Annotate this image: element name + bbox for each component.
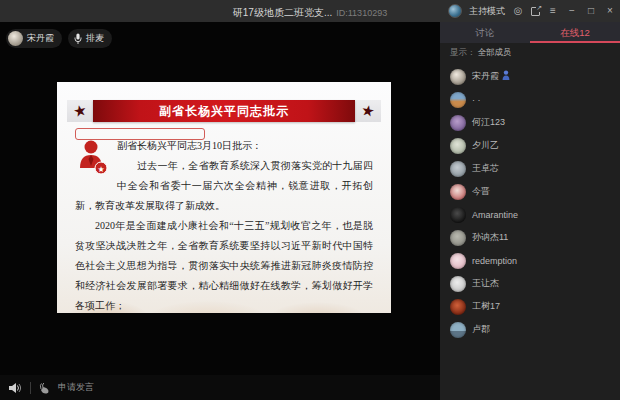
divider bbox=[30, 382, 31, 394]
member-avatar bbox=[450, 299, 466, 315]
presentation-slide: ★ 副省长杨兴平同志批示 ★ ★ 副省长杨兴平同志3月10日批示： 过去一年，全… bbox=[57, 82, 391, 313]
queue-label: 排麦 bbox=[86, 32, 104, 45]
member-avatar bbox=[450, 184, 466, 200]
slide-title: 副省长杨兴平同志批示 bbox=[93, 100, 355, 122]
meeting-window: 研17级地质二班党支...ID:11310293 主持模式 ◎ ≡ − □ × … bbox=[0, 0, 620, 400]
blue-person-emoji-icon bbox=[502, 70, 510, 80]
member-row[interactable]: redemption bbox=[440, 249, 620, 272]
room-title: 研17级地质二班党支... bbox=[233, 7, 332, 18]
member-avatar bbox=[450, 276, 466, 292]
raise-hand-icon[interactable] bbox=[39, 382, 50, 394]
member-name: redemption bbox=[472, 256, 517, 266]
tab-online[interactable]: 在线12 bbox=[530, 22, 620, 43]
speaker-chip: 宋丹霞 bbox=[6, 29, 62, 48]
microphone-icon bbox=[74, 33, 82, 45]
minimize-button[interactable]: − bbox=[566, 0, 578, 22]
member-avatar bbox=[450, 69, 466, 85]
slide-title-banner: ★ 副省长杨兴平同志批示 ★ bbox=[67, 100, 381, 122]
member-name: 何江123 bbox=[472, 116, 505, 129]
member-name: 王让杰 bbox=[472, 277, 499, 290]
official-person-icon: ★ bbox=[77, 138, 109, 178]
host-mode-label[interactable]: 主持模式 bbox=[469, 5, 505, 18]
member-name: 卢郡 bbox=[472, 323, 490, 336]
star-icon: ★ bbox=[353, 98, 382, 124]
member-name: 王卓芯 bbox=[472, 162, 499, 175]
slide-heading: 副省长杨兴平同志3月10日批示： bbox=[75, 136, 373, 156]
menu-icon[interactable]: ≡ bbox=[547, 0, 559, 22]
member-name: 夕川乙 bbox=[472, 139, 499, 152]
slide-body: ★ 副省长杨兴平同志3月10日批示： 过去一年，全省教育系统深入贯彻落实党的十九… bbox=[57, 122, 391, 313]
titlebar: 研17级地质二班党支...ID:11310293 主持模式 ◎ ≡ − □ × bbox=[0, 0, 620, 22]
maximize-button[interactable]: □ bbox=[585, 0, 597, 22]
member-avatar bbox=[450, 161, 466, 177]
queue-chip[interactable]: 排麦 bbox=[68, 29, 112, 48]
member-list: 宋丹霞 · · 何江123 夕川乙 王卓芯 今晋 bbox=[440, 63, 620, 341]
member-name: 工树17 bbox=[472, 300, 500, 313]
user-avatar[interactable] bbox=[448, 4, 462, 18]
member-row[interactable]: 夕川乙 bbox=[440, 134, 620, 157]
member-row[interactable]: 王让杰 bbox=[440, 272, 620, 295]
close-button[interactable]: × bbox=[604, 0, 616, 22]
member-row[interactable]: 王卓芯 bbox=[440, 157, 620, 180]
member-name: 今晋 bbox=[472, 185, 490, 198]
member-avatar bbox=[450, 322, 466, 338]
video-stage: 宋丹霞 排麦 ★ 副省长杨兴平同志批示 ★ bbox=[0, 22, 440, 400]
speaker-avatar bbox=[8, 31, 23, 46]
share-icon[interactable] bbox=[531, 7, 540, 16]
slide-paragraph-2: 2020年是全面建成小康社会和“十三五”规划收官之年，也是脱贫攻坚决战决胜之年，… bbox=[75, 216, 373, 313]
member-avatar bbox=[450, 138, 466, 154]
filter-label: 显示： bbox=[450, 47, 476, 59]
tab-discussion[interactable]: 讨论 bbox=[440, 22, 530, 43]
sidebar-tabs: 讨论 在线12 bbox=[440, 22, 620, 43]
speaker-volume-icon[interactable] bbox=[8, 382, 22, 394]
filter-value[interactable]: 全部成员 bbox=[478, 47, 512, 59]
member-filter-row[interactable]: 显示： 全部成员 bbox=[440, 43, 620, 63]
member-avatar bbox=[450, 230, 466, 246]
member-avatar bbox=[450, 253, 466, 269]
member-avatar bbox=[450, 115, 466, 131]
settings-icon[interactable]: ◎ bbox=[512, 0, 524, 22]
request-speak-label[interactable]: 申请发言 bbox=[58, 381, 94, 394]
member-row[interactable]: 卢郡 bbox=[440, 318, 620, 341]
member-row[interactable]: 何江123 bbox=[440, 111, 620, 134]
member-name: 孙讷杰11 bbox=[472, 231, 508, 244]
svg-text:★: ★ bbox=[97, 165, 104, 174]
star-icon: ★ bbox=[65, 98, 95, 125]
member-name: 宋丹霞 bbox=[472, 70, 510, 83]
member-row[interactable]: Amarantine bbox=[440, 203, 620, 226]
stage-bottom-bar: 申请发言 bbox=[0, 375, 440, 400]
member-row[interactable]: 宋丹霞 bbox=[440, 65, 620, 88]
member-row[interactable]: 孙讷杰11 bbox=[440, 226, 620, 249]
member-avatar bbox=[450, 92, 466, 108]
member-name: · · bbox=[472, 95, 481, 105]
member-row[interactable]: 工树17 bbox=[440, 295, 620, 318]
sidebar: 讨论 在线12 显示： 全部成员 宋丹霞 · · 何江123 夕川乙 bbox=[440, 22, 620, 400]
room-id: ID:11310293 bbox=[336, 8, 387, 18]
member-row[interactable]: 今晋 bbox=[440, 180, 620, 203]
member-avatar bbox=[450, 207, 466, 223]
member-name: Amarantine bbox=[472, 210, 518, 220]
speaker-name: 宋丹霞 bbox=[27, 32, 54, 45]
member-row[interactable]: · · bbox=[440, 88, 620, 111]
slide-paragraph-1: 过去一年，全省教育系统深入贯彻落实党的十九届四中全会和省委十一届六次全会精神，锐… bbox=[75, 156, 373, 216]
